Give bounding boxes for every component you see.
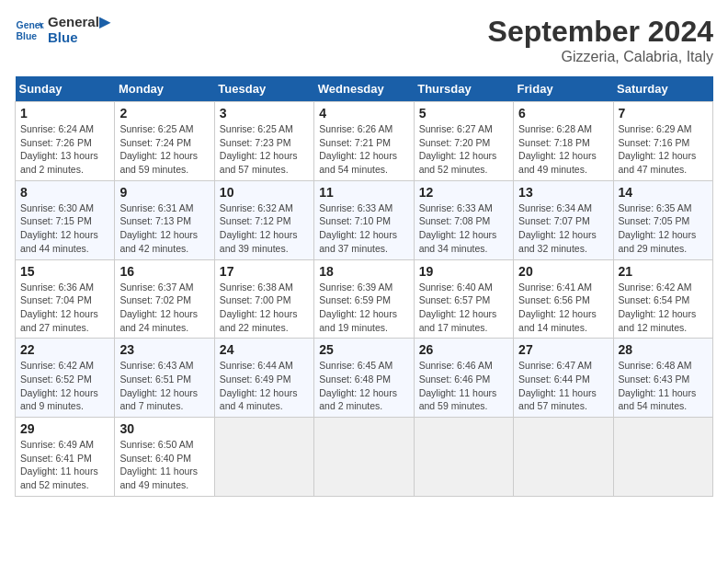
table-row: 27Sunrise: 6:47 AM Sunset: 6:44 PM Dayli… [514, 339, 613, 418]
table-row: 24Sunrise: 6:44 AM Sunset: 6:49 PM Dayli… [214, 339, 313, 418]
header-tuesday: Tuesday [214, 76, 313, 102]
day-info: Sunrise: 6:24 AM Sunset: 7:26 PM Dayligh… [20, 122, 109, 177]
day-info: Sunrise: 6:33 AM Sunset: 7:08 PM Dayligh… [419, 201, 508, 256]
calendar-week-row: 15Sunrise: 6:36 AM Sunset: 7:04 PM Dayli… [16, 259, 713, 339]
day-info: Sunrise: 6:46 AM Sunset: 6:46 PM Dayligh… [419, 359, 508, 413]
header-monday: Monday [115, 76, 214, 102]
day-info: Sunrise: 6:45 AM Sunset: 6:48 PM Dayligh… [319, 359, 408, 413]
day-number: 14 [619, 185, 708, 200]
table-row: 17Sunrise: 6:38 AM Sunset: 7:00 PM Dayli… [214, 259, 313, 339]
day-info: Sunrise: 6:44 AM Sunset: 6:49 PM Dayligh… [220, 359, 309, 413]
day-number: 26 [419, 342, 508, 357]
day-info: Sunrise: 6:42 AM Sunset: 6:52 PM Dayligh… [20, 359, 109, 413]
day-info: Sunrise: 6:31 AM Sunset: 7:13 PM Dayligh… [119, 201, 209, 256]
title-section: September 2024 Gizzeria, Calabria, Italy [488, 15, 713, 65]
table-row: 15Sunrise: 6:36 AM Sunset: 7:04 PM Dayli… [16, 259, 115, 339]
header-friday: Friday [514, 76, 613, 102]
table-row: 22Sunrise: 6:42 AM Sunset: 6:52 PM Dayli… [16, 339, 115, 418]
table-row: 2Sunrise: 6:25 AM Sunset: 7:24 PM Daylig… [115, 102, 214, 181]
day-info: Sunrise: 6:25 AM Sunset: 7:23 PM Dayligh… [220, 122, 309, 177]
day-number: 11 [319, 185, 408, 200]
page-header: General Blue General▶Blue September 2024… [15, 15, 713, 65]
day-info: Sunrise: 6:26 AM Sunset: 7:21 PM Dayligh… [319, 122, 408, 177]
table-row: 21Sunrise: 6:42 AM Sunset: 6:54 PM Dayli… [613, 259, 712, 339]
table-row: 9Sunrise: 6:31 AM Sunset: 7:13 PM Daylig… [115, 180, 214, 259]
table-row: 29Sunrise: 6:49 AM Sunset: 6:41 PM Dayli… [16, 418, 115, 497]
day-number: 18 [319, 264, 408, 279]
day-info: Sunrise: 6:33 AM Sunset: 7:10 PM Dayligh… [319, 201, 408, 256]
svg-text:Blue: Blue [17, 30, 38, 40]
day-info: Sunrise: 6:43 AM Sunset: 6:51 PM Dayligh… [119, 359, 209, 413]
day-number: 21 [619, 264, 708, 279]
day-number: 28 [619, 342, 708, 357]
day-number: 2 [119, 106, 209, 121]
day-number: 3 [220, 106, 309, 121]
calendar-week-row: 22Sunrise: 6:42 AM Sunset: 6:52 PM Dayli… [16, 339, 713, 418]
day-number: 22 [20, 342, 109, 357]
day-info: Sunrise: 6:34 AM Sunset: 7:07 PM Dayligh… [518, 201, 608, 256]
day-info: Sunrise: 6:30 AM Sunset: 7:15 PM Dayligh… [20, 201, 109, 256]
day-info: Sunrise: 6:28 AM Sunset: 7:18 PM Dayligh… [518, 122, 608, 177]
table-row [314, 418, 414, 497]
day-number: 7 [619, 106, 708, 121]
table-row: 1Sunrise: 6:24 AM Sunset: 7:26 PM Daylig… [16, 102, 115, 181]
day-info: Sunrise: 6:35 AM Sunset: 7:05 PM Dayligh… [619, 201, 708, 256]
day-number: 13 [518, 185, 608, 200]
day-info: Sunrise: 6:25 AM Sunset: 7:24 PM Dayligh… [119, 122, 209, 177]
calendar-week-row: 29Sunrise: 6:49 AM Sunset: 6:41 PM Dayli… [16, 418, 713, 497]
day-number: 10 [220, 185, 309, 200]
day-number: 4 [319, 106, 408, 121]
day-number: 15 [20, 264, 109, 279]
day-number: 24 [220, 342, 309, 357]
day-info: Sunrise: 6:38 AM Sunset: 7:00 PM Dayligh… [220, 281, 309, 335]
table-row: 13Sunrise: 6:34 AM Sunset: 7:07 PM Dayli… [514, 180, 613, 259]
table-row: 23Sunrise: 6:43 AM Sunset: 6:51 PM Dayli… [115, 339, 214, 418]
day-info: Sunrise: 6:42 AM Sunset: 6:54 PM Dayligh… [619, 281, 708, 335]
table-row: 20Sunrise: 6:41 AM Sunset: 6:56 PM Dayli… [514, 259, 613, 339]
day-number: 25 [319, 342, 408, 357]
table-row [613, 418, 712, 497]
day-number: 27 [518, 342, 608, 357]
day-info: Sunrise: 6:36 AM Sunset: 7:04 PM Dayligh… [20, 281, 109, 335]
day-info: Sunrise: 6:47 AM Sunset: 6:44 PM Dayligh… [518, 359, 608, 413]
table-row: 11Sunrise: 6:33 AM Sunset: 7:10 PM Dayli… [314, 180, 414, 259]
day-info: Sunrise: 6:37 AM Sunset: 7:02 PM Dayligh… [119, 281, 209, 335]
day-info: Sunrise: 6:49 AM Sunset: 6:41 PM Dayligh… [20, 438, 109, 492]
day-number: 30 [119, 421, 209, 436]
table-row [514, 418, 613, 497]
day-info: Sunrise: 6:50 AM Sunset: 6:40 PM Dayligh… [119, 438, 209, 492]
logo: General Blue General▶Blue [15, 15, 110, 45]
header-thursday: Thursday [414, 76, 513, 102]
day-number: 6 [518, 106, 608, 121]
table-row: 4Sunrise: 6:26 AM Sunset: 7:21 PM Daylig… [314, 102, 414, 181]
table-row [414, 418, 513, 497]
table-row: 16Sunrise: 6:37 AM Sunset: 7:02 PM Dayli… [115, 259, 214, 339]
table-row: 19Sunrise: 6:40 AM Sunset: 6:57 PM Dayli… [414, 259, 513, 339]
header-saturday: Saturday [613, 76, 712, 102]
header-wednesday: Wednesday [314, 76, 414, 102]
calendar-week-row: 8Sunrise: 6:30 AM Sunset: 7:15 PM Daylig… [16, 180, 713, 259]
table-row: 8Sunrise: 6:30 AM Sunset: 7:15 PM Daylig… [16, 180, 115, 259]
day-info: Sunrise: 6:29 AM Sunset: 7:16 PM Dayligh… [619, 122, 708, 177]
calendar-week-row: 1Sunrise: 6:24 AM Sunset: 7:26 PM Daylig… [16, 102, 713, 181]
day-info: Sunrise: 6:41 AM Sunset: 6:56 PM Dayligh… [518, 281, 608, 335]
table-row: 10Sunrise: 6:32 AM Sunset: 7:12 PM Dayli… [214, 180, 313, 259]
day-number: 1 [20, 106, 109, 121]
month-year-title: September 2024 [488, 15, 713, 49]
table-row: 5Sunrise: 6:27 AM Sunset: 7:20 PM Daylig… [414, 102, 513, 181]
table-row: 14Sunrise: 6:35 AM Sunset: 7:05 PM Dayli… [613, 180, 712, 259]
table-row: 3Sunrise: 6:25 AM Sunset: 7:23 PM Daylig… [214, 102, 313, 181]
header-sunday: Sunday [16, 76, 115, 102]
day-number: 9 [119, 185, 209, 200]
table-row: 25Sunrise: 6:45 AM Sunset: 6:48 PM Dayli… [314, 339, 414, 418]
table-row: 12Sunrise: 6:33 AM Sunset: 7:08 PM Dayli… [414, 180, 513, 259]
day-number: 8 [20, 185, 109, 200]
table-row [214, 418, 313, 497]
day-number: 5 [419, 106, 508, 121]
day-number: 29 [20, 421, 109, 436]
day-number: 20 [518, 264, 608, 279]
day-number: 12 [419, 185, 508, 200]
table-row: 30Sunrise: 6:50 AM Sunset: 6:40 PM Dayli… [115, 418, 214, 497]
logo-icon: General Blue [15, 16, 44, 45]
location-subtitle: Gizzeria, Calabria, Italy [488, 49, 713, 65]
